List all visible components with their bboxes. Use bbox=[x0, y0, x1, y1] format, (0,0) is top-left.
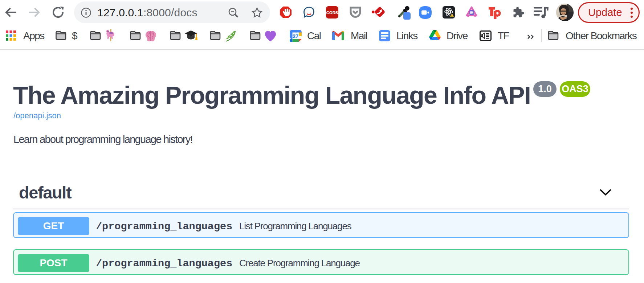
svg-text:27: 27 bbox=[293, 33, 299, 39]
svg-text:CORS: CORS bbox=[326, 10, 338, 15]
